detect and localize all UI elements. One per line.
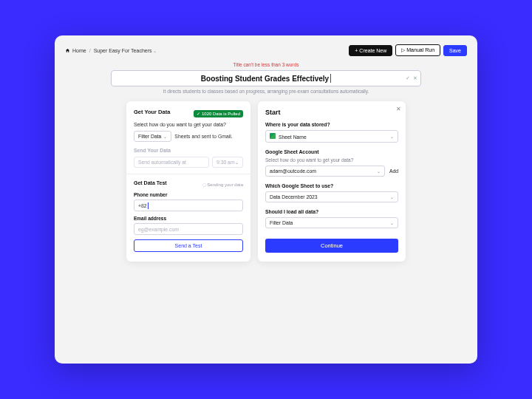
save-button[interactable]: Save: [443, 45, 467, 56]
filter-data-select[interactable]: Filter Data ⌄: [134, 131, 171, 142]
right-panel: ✕ Start Where is your data stored? Sheet…: [258, 101, 406, 262]
chevron-down-icon: ⌄: [377, 168, 381, 174]
subtitle: It directs students to classes based on …: [65, 89, 467, 94]
text-cursor: [330, 74, 331, 83]
data-pulled-badge: ✓ 1020 Data is Pulled: [194, 110, 243, 117]
email-input[interactable]: eg@example.com: [134, 223, 243, 235]
get-data-test-title: Get Data Test: [134, 180, 167, 185]
q-which-sheet: Which Google Sheet to use?: [265, 183, 398, 188]
chevron-down-icon: ⌄: [235, 160, 239, 165]
home-icon: [65, 48, 70, 53]
continue-button[interactable]: Continue: [265, 239, 398, 253]
chevron-down-icon: ⌄: [390, 220, 394, 225]
filter-hint: Sheets and sent to Gmail.: [174, 134, 232, 139]
get-data-title: Get Your Data: [134, 109, 170, 115]
title-text: Boosting Student Grades Effectively: [201, 75, 329, 83]
topbar: Home / Super Easy For Teachers ⌄ + Creat…: [65, 44, 467, 56]
add-account-link[interactable]: Add: [389, 168, 398, 174]
chevron-down-icon: ⌄: [390, 194, 394, 200]
chevron-down-icon: ⌄: [163, 134, 167, 139]
manual-run-button[interactable]: ▷ Manual Run: [395, 44, 440, 56]
phone-input[interactable]: +82: [134, 200, 243, 211]
chevron-down-icon: ⌄: [153, 49, 157, 53]
breadcrumb-separator: /: [89, 48, 91, 53]
left-panel: Get Your Data ✓ 1020 Data is Pulled Sele…: [126, 101, 250, 262]
close-icon[interactable]: ✕: [396, 106, 401, 112]
text-cursor: [148, 202, 149, 209]
start-title: Start: [265, 109, 398, 116]
cancel-icon[interactable]: ✕: [413, 75, 417, 81]
breadcrumb: Home / Super Easy For Teachers ⌄: [65, 48, 157, 53]
email-label: Email address: [134, 216, 243, 221]
google-sheets-icon: [270, 133, 276, 139]
title-input[interactable]: Boosting Student Grades Effectively ✓ ✕: [111, 70, 421, 86]
send-data-title: Send Your Data: [134, 148, 243, 153]
sheet-name-select[interactable]: Sheet Name ⌄: [265, 130, 398, 143]
send-auto-label: Send automatically at: [134, 157, 209, 168]
breadcrumb-project[interactable]: Super Easy For Teachers ⌄: [94, 48, 157, 53]
account-select[interactable]: adam@outcode.com ⌄: [265, 166, 385, 177]
validation-warning: Title can't be less than 3 words: [65, 62, 467, 67]
which-sheet-select[interactable]: Data December 2023 ⌄: [265, 191, 398, 202]
breadcrumb-home[interactable]: Home: [65, 48, 86, 53]
topbar-actions: + Create New ▷ Manual Run Save: [349, 44, 467, 56]
q-account: Google Sheet Account: [265, 149, 398, 154]
chevron-down-icon: ⌄: [390, 134, 394, 139]
create-new-button[interactable]: + Create New: [349, 45, 392, 56]
phone-label: Phone number: [134, 192, 243, 197]
q-load-all: Should I load all data?: [265, 209, 398, 214]
confirm-icon[interactable]: ✓: [406, 75, 410, 81]
send-time-select[interactable]: 9:30 am⌄: [212, 157, 243, 168]
send-test-button[interactable]: Send a Test: [134, 239, 243, 252]
q-account-sub: Select how do you want to get your data?: [265, 157, 398, 163]
get-data-question: Select how do you want to get your data?: [134, 122, 243, 127]
load-data-select[interactable]: Filter Data ⌄: [265, 217, 398, 228]
divider: [126, 174, 250, 174]
app-window: Home / Super Easy For Teachers ⌄ + Creat…: [55, 35, 477, 364]
sending-hint: ◌ Sending your data: [202, 182, 243, 187]
q-where-stored: Where is your data stored?: [265, 122, 398, 127]
